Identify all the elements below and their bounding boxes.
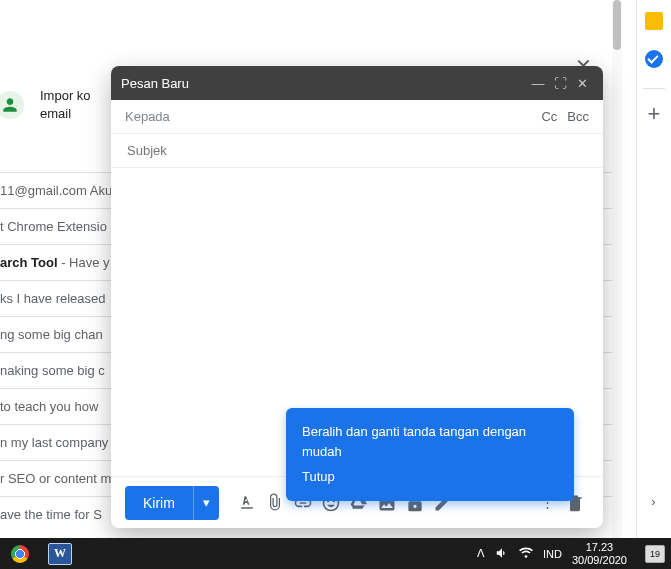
send-options-button[interactable]: ▾ xyxy=(193,486,219,520)
cc-toggle[interactable]: Cc xyxy=(541,109,557,124)
add-addon-button[interactable]: + xyxy=(637,103,671,125)
tip-text: Beralih dan ganti tanda tangan dengan mu… xyxy=(302,422,558,461)
promo-line2: email xyxy=(40,105,91,123)
contacts-icon xyxy=(0,91,24,119)
clock-date: 30/09/2020 xyxy=(572,554,627,567)
volume-icon[interactable] xyxy=(495,546,509,562)
word-taskbar-icon[interactable]: W xyxy=(40,538,80,569)
expand-panel-icon[interactable]: › xyxy=(636,494,671,509)
fullscreen-button[interactable]: ⛶ xyxy=(549,66,571,100)
clock-time: 17.23 xyxy=(586,541,614,554)
subject-input[interactable] xyxy=(125,142,589,159)
compose-titlebar[interactable]: Pesan Baru — ⛶ ✕ xyxy=(111,66,603,100)
vertical-scrollbar[interactable] xyxy=(612,0,622,538)
input-language[interactable]: IND xyxy=(543,548,562,560)
subject-field[interactable] xyxy=(111,134,603,168)
to-label: Kepada xyxy=(125,109,170,124)
tip-tail xyxy=(418,470,434,480)
taskbar-clock[interactable]: 17.23 30/09/2020 xyxy=(572,541,627,566)
signature-tip: Beralih dan ganti tanda tangan dengan mu… xyxy=(286,408,574,501)
bcc-toggle[interactable]: Bcc xyxy=(567,109,589,124)
send-group: Kirim ▾ xyxy=(125,486,219,520)
import-contacts-promo[interactable]: Impor ko email xyxy=(0,87,91,123)
close-button[interactable]: ✕ xyxy=(571,66,593,100)
promo-text: Impor ko email xyxy=(40,87,91,123)
scrollbar-thumb[interactable] xyxy=(613,0,621,50)
formatting-icon[interactable] xyxy=(233,489,261,517)
compose-title: Pesan Baru xyxy=(121,76,189,91)
tasks-icon[interactable] xyxy=(645,50,663,68)
attach-icon[interactable] xyxy=(261,489,289,517)
tray-overflow-icon[interactable]: ᐱ xyxy=(477,547,485,560)
wifi-icon[interactable] xyxy=(519,546,533,562)
keep-icon[interactable] xyxy=(645,12,663,30)
system-tray: ᐱ IND 17.23 30/09/2020 19 xyxy=(477,541,671,566)
recipients-field[interactable]: Kepada Cc Bcc xyxy=(111,100,603,134)
windows-taskbar: W ᐱ IND 17.23 30/09/2020 19 xyxy=(0,538,671,569)
send-button[interactable]: Kirim xyxy=(125,486,193,520)
chrome-taskbar-icon[interactable] xyxy=(0,538,40,569)
minimize-button[interactable]: — xyxy=(527,66,549,100)
action-center-icon[interactable]: 19 xyxy=(645,545,665,563)
side-panel: + xyxy=(636,0,671,540)
promo-line1: Impor ko xyxy=(40,87,91,105)
